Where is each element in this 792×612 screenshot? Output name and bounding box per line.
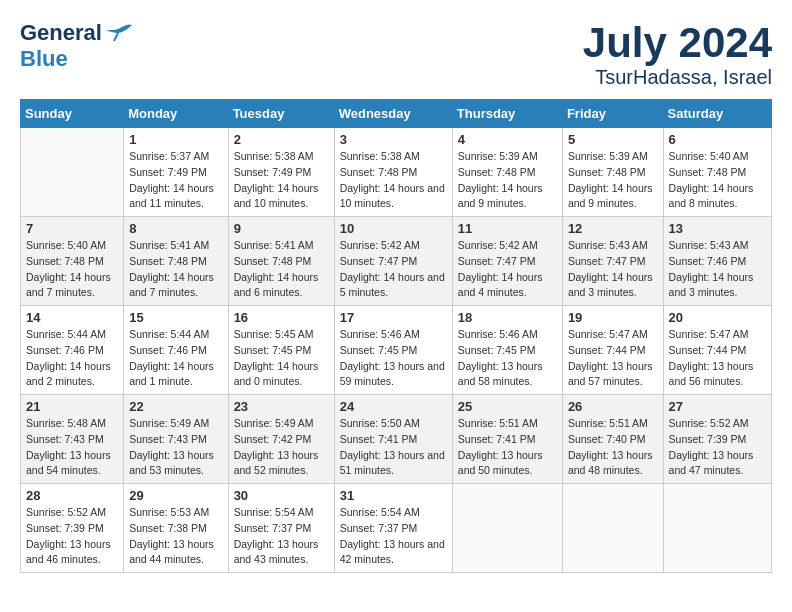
calendar-week-row: 21Sunrise: 5:48 AMSunset: 7:43 PMDayligh… [21,395,772,484]
day-info: Sunrise: 5:44 AMSunset: 7:46 PMDaylight:… [129,327,222,390]
calendar-cell [663,484,771,573]
calendar-cell: 23Sunrise: 5:49 AMSunset: 7:42 PMDayligh… [228,395,334,484]
daylight-text: Daylight: 14 hours and 7 minutes. [26,271,111,299]
day-info: Sunrise: 5:38 AMSunset: 7:49 PMDaylight:… [234,149,329,212]
daylight-text: Daylight: 14 hours and 7 minutes. [129,271,214,299]
sunrise-text: Sunrise: 5:52 AM [26,506,106,518]
calendar-cell [452,484,562,573]
day-info: Sunrise: 5:50 AMSunset: 7:41 PMDaylight:… [340,416,447,479]
calendar-cell: 17Sunrise: 5:46 AMSunset: 7:45 PMDayligh… [334,306,452,395]
sunrise-text: Sunrise: 5:37 AM [129,150,209,162]
day-info: Sunrise: 5:43 AMSunset: 7:47 PMDaylight:… [568,238,658,301]
sunset-text: Sunset: 7:48 PM [458,166,536,178]
sunset-text: Sunset: 7:46 PM [129,344,207,356]
sunset-text: Sunset: 7:47 PM [458,255,536,267]
sunset-text: Sunset: 7:48 PM [129,255,207,267]
daylight-text: Daylight: 13 hours and 59 minutes. [340,360,445,388]
calendar-cell: 11Sunrise: 5:42 AMSunset: 7:47 PMDayligh… [452,217,562,306]
day-number: 31 [340,488,447,503]
location-title: TsurHadassa, Israel [583,66,772,89]
day-info: Sunrise: 5:54 AMSunset: 7:37 PMDaylight:… [340,505,447,568]
header-day-wednesday: Wednesday [334,100,452,128]
daylight-text: Daylight: 14 hours and 9 minutes. [458,182,543,210]
day-info: Sunrise: 5:40 AMSunset: 7:48 PMDaylight:… [26,238,118,301]
calendar-cell: 2Sunrise: 5:38 AMSunset: 7:49 PMDaylight… [228,128,334,217]
calendar-cell: 1Sunrise: 5:37 AMSunset: 7:49 PMDaylight… [124,128,228,217]
calendar-cell: 31Sunrise: 5:54 AMSunset: 7:37 PMDayligh… [334,484,452,573]
day-number: 4 [458,132,557,147]
daylight-text: Daylight: 13 hours and 47 minutes. [669,449,754,477]
sunset-text: Sunset: 7:46 PM [669,255,747,267]
sunrise-text: Sunrise: 5:40 AM [26,239,106,251]
calendar-week-row: 28Sunrise: 5:52 AMSunset: 7:39 PMDayligh… [21,484,772,573]
sunrise-text: Sunrise: 5:41 AM [234,239,314,251]
day-info: Sunrise: 5:44 AMSunset: 7:46 PMDaylight:… [26,327,118,390]
sunrise-text: Sunrise: 5:50 AM [340,417,420,429]
day-info: Sunrise: 5:49 AMSunset: 7:42 PMDaylight:… [234,416,329,479]
day-number: 10 [340,221,447,236]
sunset-text: Sunset: 7:49 PM [129,166,207,178]
day-number: 18 [458,310,557,325]
sunrise-text: Sunrise: 5:40 AM [669,150,749,162]
sunrise-text: Sunrise: 5:47 AM [669,328,749,340]
day-number: 22 [129,399,222,414]
day-number: 5 [568,132,658,147]
calendar-table: SundayMondayTuesdayWednesdayThursdayFrid… [20,99,772,573]
calendar-cell: 21Sunrise: 5:48 AMSunset: 7:43 PMDayligh… [21,395,124,484]
daylight-text: Daylight: 13 hours and 51 minutes. [340,449,445,477]
calendar-cell: 27Sunrise: 5:52 AMSunset: 7:39 PMDayligh… [663,395,771,484]
logo-general: General [20,20,102,46]
sunrise-text: Sunrise: 5:46 AM [340,328,420,340]
calendar-cell [562,484,663,573]
day-info: Sunrise: 5:52 AMSunset: 7:39 PMDaylight:… [26,505,118,568]
calendar-cell: 12Sunrise: 5:43 AMSunset: 7:47 PMDayligh… [562,217,663,306]
daylight-text: Daylight: 14 hours and 8 minutes. [669,182,754,210]
day-number: 26 [568,399,658,414]
daylight-text: Daylight: 14 hours and 1 minute. [129,360,214,388]
header-day-monday: Monday [124,100,228,128]
daylight-text: Daylight: 13 hours and 58 minutes. [458,360,543,388]
calendar-cell: 5Sunrise: 5:39 AMSunset: 7:48 PMDaylight… [562,128,663,217]
calendar-week-row: 14Sunrise: 5:44 AMSunset: 7:46 PMDayligh… [21,306,772,395]
calendar-cell: 22Sunrise: 5:49 AMSunset: 7:43 PMDayligh… [124,395,228,484]
sunset-text: Sunset: 7:43 PM [26,433,104,445]
calendar-cell: 24Sunrise: 5:50 AMSunset: 7:41 PMDayligh… [334,395,452,484]
calendar-cell: 19Sunrise: 5:47 AMSunset: 7:44 PMDayligh… [562,306,663,395]
day-info: Sunrise: 5:41 AMSunset: 7:48 PMDaylight:… [129,238,222,301]
day-number: 20 [669,310,766,325]
calendar-cell: 4Sunrise: 5:39 AMSunset: 7:48 PMDaylight… [452,128,562,217]
sunrise-text: Sunrise: 5:43 AM [568,239,648,251]
daylight-text: Daylight: 14 hours and 5 minutes. [340,271,445,299]
sunrise-text: Sunrise: 5:38 AM [340,150,420,162]
calendar-cell: 30Sunrise: 5:54 AMSunset: 7:37 PMDayligh… [228,484,334,573]
sunset-text: Sunset: 7:40 PM [568,433,646,445]
sunset-text: Sunset: 7:45 PM [234,344,312,356]
day-info: Sunrise: 5:48 AMSunset: 7:43 PMDaylight:… [26,416,118,479]
sunrise-text: Sunrise: 5:39 AM [458,150,538,162]
day-number: 16 [234,310,329,325]
sunset-text: Sunset: 7:41 PM [340,433,418,445]
daylight-text: Daylight: 13 hours and 42 minutes. [340,538,445,566]
sunset-text: Sunset: 7:42 PM [234,433,312,445]
day-number: 9 [234,221,329,236]
sunset-text: Sunset: 7:48 PM [26,255,104,267]
sunrise-text: Sunrise: 5:44 AM [26,328,106,340]
title-section: July 2024 TsurHadassa, Israel [583,20,772,89]
sunset-text: Sunset: 7:49 PM [234,166,312,178]
sunrise-text: Sunrise: 5:42 AM [458,239,538,251]
day-info: Sunrise: 5:39 AMSunset: 7:48 PMDaylight:… [458,149,557,212]
day-number: 3 [340,132,447,147]
day-number: 24 [340,399,447,414]
sunset-text: Sunset: 7:48 PM [340,166,418,178]
day-number: 17 [340,310,447,325]
daylight-text: Daylight: 14 hours and 3 minutes. [669,271,754,299]
header-day-friday: Friday [562,100,663,128]
calendar-cell [21,128,124,217]
day-number: 13 [669,221,766,236]
calendar-cell: 18Sunrise: 5:46 AMSunset: 7:45 PMDayligh… [452,306,562,395]
day-number: 14 [26,310,118,325]
logo: General Blue [20,20,136,72]
day-info: Sunrise: 5:46 AMSunset: 7:45 PMDaylight:… [340,327,447,390]
sunrise-text: Sunrise: 5:38 AM [234,150,314,162]
day-number: 30 [234,488,329,503]
